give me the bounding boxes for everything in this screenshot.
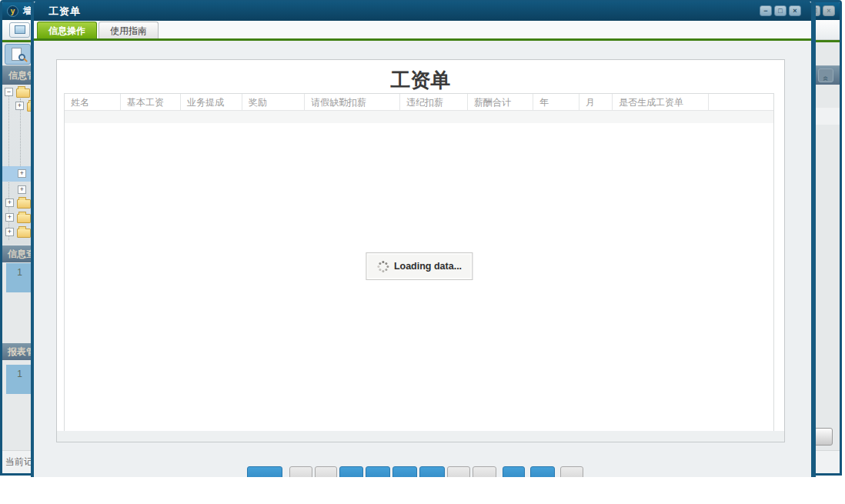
minus-box-icon[interactable]: − [5,88,13,96]
nav-tree: − + + + + + [2,85,33,245]
plus-box-icon[interactable]: + [15,102,24,110]
status-text: 当前记 [5,456,33,467]
folder-icon [17,214,31,223]
folder-icon [17,199,31,209]
pagination-button-4[interactable] [366,466,390,477]
column-header-10[interactable] [709,94,775,110]
pagination-button-0[interactable] [247,466,282,477]
right-panel-strip [816,108,840,125]
plus-box-icon[interactable]: + [18,185,26,194]
grid-empty-band [65,111,773,123]
accordion-header-info-query[interactable]: 信息查 [2,245,33,262]
dialog-maximize-button[interactable]: □ [774,5,787,16]
spinner-icon [376,260,389,272]
column-header-1[interactable]: 基本工资 [121,94,181,110]
payslip-dialog: 工资单 − □ × 信息操作 使用指南 工资单 姓名基本工资业务提成奖励请假缺勤… [31,2,816,477]
column-header-0[interactable]: 姓名 [65,94,121,110]
accordion-header-reports[interactable]: 报表管 [2,343,33,360]
tab-user-guide[interactable]: 使用指南 [99,22,159,38]
plus-box-icon[interactable]: + [18,169,26,178]
column-header-8[interactable]: 月 [579,94,613,110]
dialog-title: 工资单 [34,2,811,21]
pagination-button-6[interactable] [419,466,445,477]
app-logo-icon: y [7,5,18,17]
dialog-minimize-button[interactable]: − [760,5,772,16]
reports-badge[interactable]: 1 [6,365,33,394]
sidebar: − + + + + + [2,42,33,473]
panel-footer-strip [57,431,784,442]
pagination-button-3[interactable] [339,466,363,477]
column-header-2[interactable]: 业务提成 [181,94,242,110]
collapse-panel-button[interactable]: « [818,68,833,82]
loading-indicator: Loading data... [366,252,473,280]
tab-info-operations[interactable]: 信息操作 [37,22,97,38]
dialog-body: 工资单 姓名基本工资业务提成奖励请假缺勤扣薪违纪扣薪薪酬合计年月是否生成工资单 … [34,41,811,477]
folder-icon [17,229,31,238]
dialog-titlebar[interactable]: 工资单 − □ × [34,2,811,21]
loading-text: Loading data... [394,261,462,272]
column-header-5[interactable]: 违纪扣薪 [400,94,468,110]
column-header-9[interactable]: 是否生成工资单 [613,94,709,110]
pagination-button-10[interactable] [530,466,555,477]
pagination-button-8[interactable] [473,466,496,477]
column-header-4[interactable]: 请假缺勤扣薪 [305,94,400,110]
plus-box-icon[interactable]: + [5,199,14,207]
pagination-bar [247,466,583,477]
info-query-badge[interactable]: 1 [6,263,33,292]
pagination-button-1[interactable] [289,466,312,477]
dialog-tabbar: 信息操作 使用指南 [34,21,811,38]
window-icon [15,25,25,34]
panel-heading: 工资单 [57,67,784,94]
pagination-button-11[interactable] [560,466,583,477]
dialog-close-button[interactable]: × [789,5,801,16]
payslip-panel: 工资单 姓名基本工资业务提成奖励请假缺勤扣薪违纪扣薪薪酬合计年月是否生成工资单 … [56,59,785,442]
column-header-3[interactable]: 奖励 [242,94,305,110]
double-chevron-up-icon: « [820,76,832,82]
column-header-7[interactable]: 年 [533,94,579,110]
pagination-button-9[interactable] [503,466,525,477]
plus-box-icon[interactable]: + [5,228,14,236]
grid-header-row: 姓名基本工资业务提成奖励请假缺勤扣薪违纪扣薪薪酬合计年月是否生成工资单 [65,94,773,111]
pagination-button-7[interactable] [447,466,470,477]
plus-box-icon[interactable]: + [5,213,14,222]
folder-icon [16,88,30,98]
toolbar-window-button[interactable] [9,22,30,38]
pagination-button-2[interactable] [315,466,337,477]
pagination-button-5[interactable] [392,466,417,477]
payslip-grid: 姓名基本工资业务提成奖励请假缺勤扣薪违纪扣薪薪酬合计年月是否生成工资单 Load… [64,93,774,432]
main-close-button[interactable]: × [823,5,835,16]
tree-node-selected[interactable]: + [2,166,33,182]
column-header-6[interactable]: 薪酬合计 [468,94,533,110]
